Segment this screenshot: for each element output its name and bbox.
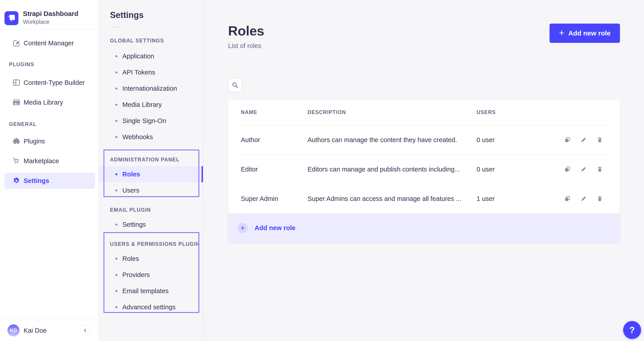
- subnav-item-label: Providers: [122, 271, 150, 278]
- subnav-item-label: API Tokens: [122, 69, 155, 76]
- help-button[interactable]: ?: [623, 321, 641, 339]
- role-users-count: 0 user: [476, 136, 554, 144]
- subnav-item-application[interactable]: Application: [99, 48, 203, 64]
- sidebar-item-label: Marketplace: [24, 157, 59, 165]
- delete-button[interactable]: [595, 165, 604, 174]
- subnav-item-label: Roles: [122, 170, 140, 178]
- subnav-item-roles-up[interactable]: Roles: [99, 250, 203, 267]
- media-library-icon: [12, 98, 21, 106]
- row-actions: [554, 194, 604, 203]
- search-button[interactable]: [228, 78, 242, 92]
- pencil-icon: [580, 196, 587, 202]
- add-new-role-footer-label: Add new role: [254, 224, 296, 232]
- workspace-subtitle: Workplace: [23, 19, 78, 25]
- search-icon: [232, 82, 238, 89]
- bullet-icon: [116, 72, 118, 74]
- trash-icon: [597, 137, 603, 143]
- duplicate-icon: [564, 166, 570, 172]
- page-subtitle: List of roles: [228, 42, 264, 50]
- avatar[interactable]: KD: [8, 324, 20, 336]
- sidebar-footer: KD Kai Doe: [0, 320, 98, 341]
- duplicate-button[interactable]: [563, 135, 572, 144]
- sidebar-item-content-manager[interactable]: Content Manager: [4, 35, 95, 51]
- role-name: Author: [241, 136, 308, 144]
- edit-button[interactable]: [579, 194, 588, 203]
- edit-button[interactable]: [579, 165, 588, 174]
- add-new-role-label: Add new role: [568, 30, 610, 37]
- subnav-item-label: Webhooks: [122, 133, 153, 141]
- sidebar-section-general: GENERAL: [0, 121, 98, 128]
- subnav-item-webhooks[interactable]: Webhooks: [99, 129, 203, 145]
- bullet-icon: [116, 88, 118, 90]
- bullet-icon: [116, 224, 118, 226]
- chevron-left-icon: [83, 328, 88, 333]
- subnav-item-label: Internationalization: [122, 85, 177, 92]
- sidebar-item-plugins[interactable]: Plugins: [4, 133, 95, 149]
- table-row[interactable]: Super Admin Super Admins can access and …: [228, 184, 620, 213]
- subnav-item-api-tokens[interactable]: API Tokens: [99, 64, 203, 80]
- sidebar-item-media-library[interactable]: Media Library: [4, 94, 95, 110]
- edit-button[interactable]: [579, 135, 588, 144]
- roles-page: Roles List of roles + Add new role NAME …: [203, 0, 644, 341]
- duplicate-button[interactable]: [563, 194, 572, 203]
- delete-button[interactable]: [595, 194, 604, 203]
- bullet-icon: [116, 306, 118, 308]
- delete-button[interactable]: [595, 135, 604, 144]
- sidebar-item-settings[interactable]: Settings: [4, 173, 95, 189]
- role-name: Super Admin: [241, 195, 308, 202]
- collapse-sidebar-button[interactable]: [80, 325, 90, 336]
- content-manager-icon: [12, 39, 21, 47]
- plus-icon: +: [238, 223, 248, 233]
- duplicate-icon: [564, 196, 570, 202]
- trash-icon: [597, 166, 603, 172]
- sidebar-item-content-type-builder[interactable]: Content-Type Builder: [4, 74, 95, 91]
- column-header-description: DESCRIPTION: [308, 109, 476, 116]
- bullet-icon: [116, 190, 118, 192]
- brand-text: Strapi Dashboard Workplace: [23, 10, 78, 25]
- pencil-icon: [580, 166, 587, 172]
- roles-table: NAME DESCRIPTION USERS Author Authors ca…: [228, 100, 620, 243]
- column-header-name: NAME: [241, 109, 308, 116]
- workspace-title: Strapi Dashboard: [23, 10, 78, 18]
- puzzle-icon: [12, 137, 21, 145]
- add-new-role-button[interactable]: + Add new role: [550, 24, 620, 43]
- bullet-icon: [116, 274, 118, 276]
- bullet-icon: [116, 173, 118, 175]
- role-description: Authors can manage the content they have…: [308, 136, 476, 144]
- pencil-icon: [580, 137, 587, 143]
- strapi-admin-app: Strapi Dashboard Workplace Content Manag…: [0, 0, 644, 341]
- subnav-item-label: Users: [122, 187, 140, 194]
- subnav-item-single-sign-on[interactable]: Single Sign-On: [99, 113, 203, 129]
- plus-icon: +: [559, 28, 564, 37]
- subnav-divider: [110, 27, 121, 28]
- page-header-titles: Roles List of roles: [228, 23, 264, 50]
- subnav-section-users-permissions-plugin: USERS & PERMISSIONS PLUGIN: [99, 241, 203, 248]
- page-header: Roles List of roles + Add new role: [228, 23, 620, 50]
- subnav-title: Settings: [110, 10, 203, 20]
- subnav-item-media-library[interactable]: Media Library: [99, 96, 203, 113]
- table-header-row: NAME DESCRIPTION USERS: [228, 100, 620, 125]
- subnav-item-label: Settings: [122, 221, 146, 228]
- subnav-item-label: Media Library: [122, 101, 162, 108]
- duplicate-button[interactable]: [563, 165, 572, 174]
- duplicate-icon: [564, 137, 570, 143]
- main-sidebar: Strapi Dashboard Workplace Content Manag…: [0, 0, 99, 341]
- sidebar-item-marketplace[interactable]: Marketplace: [4, 153, 95, 169]
- strapi-logo-icon: [4, 11, 18, 25]
- subnav-item-advanced-settings[interactable]: Advanced settings: [99, 299, 203, 315]
- subnav-item-label: Roles: [122, 255, 139, 262]
- bullet-icon: [116, 290, 118, 292]
- workspace-switcher[interactable]: Strapi Dashboard Workplace: [0, 0, 98, 30]
- subnav-item-providers[interactable]: Providers: [99, 267, 203, 283]
- table-row[interactable]: Author Authors can manage the content th…: [228, 125, 620, 154]
- subnav-item-users[interactable]: Users: [99, 182, 203, 198]
- subnav-item-email-templates[interactable]: Email templates: [99, 283, 203, 299]
- subnav-item-email-settings[interactable]: Settings: [99, 216, 203, 232]
- table-row[interactable]: Editor Editors can manage and publish co…: [228, 155, 620, 184]
- content-type-builder-icon: [12, 78, 21, 87]
- subnav-item-label: Single Sign-On: [122, 117, 166, 124]
- table-add-new-role[interactable]: + Add new role: [228, 213, 620, 243]
- subnav-item-roles-admin[interactable]: Roles: [99, 166, 203, 182]
- subnav-item-internationalization[interactable]: Internationalization: [99, 80, 203, 96]
- sidebar-nav: Content Manager PLUGINS Content-Type Bui…: [0, 30, 98, 320]
